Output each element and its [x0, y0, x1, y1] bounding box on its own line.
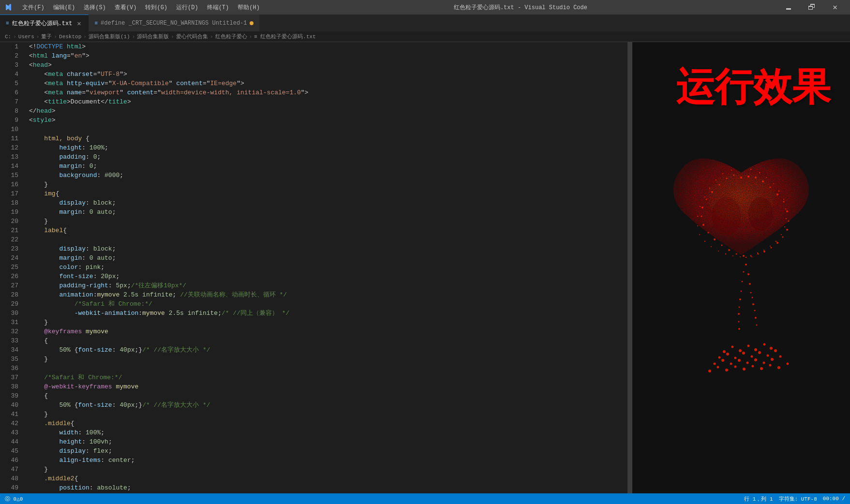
svg-point-102	[708, 370, 711, 372]
menu-goto[interactable]: 转到(G)	[141, 2, 171, 13]
svg-point-94	[721, 359, 724, 362]
close-button[interactable]: ✕	[824, 0, 846, 15]
svg-point-85	[718, 356, 721, 359]
svg-point-103	[717, 366, 719, 369]
minimize-button[interactable]: 🗕	[777, 0, 800, 15]
breadcrumb-user[interactable]: 董子	[41, 33, 52, 40]
menu-select[interactable]: 选择(S)	[80, 2, 110, 13]
breadcrumb-folder1[interactable]: 源码合集新版(1)	[89, 33, 130, 40]
tab-bar: ≡ 红色粒子爱心源码.txt ✕ ≡ #define _CRT_SECURE_N…	[0, 15, 850, 31]
breadcrumb-sep-1: ›	[13, 34, 16, 40]
svg-point-104	[725, 369, 728, 371]
svg-point-20	[782, 237, 784, 238]
title-bar: 文件(F) 编辑(E) 选择(S) 查看(V) 转到(G) 运行(D) 终端(T…	[0, 0, 850, 15]
time-display: 00:00 /	[823, 496, 845, 502]
svg-point-66	[741, 291, 742, 292]
svg-point-3	[726, 178, 728, 179]
svg-point-40	[700, 206, 701, 207]
svg-point-97	[746, 362, 749, 364]
svg-point-55	[763, 250, 764, 251]
svg-point-61	[745, 264, 747, 266]
svg-point-59	[751, 256, 752, 257]
breadcrumb-sep-5: ›	[132, 34, 135, 40]
svg-point-89	[751, 356, 753, 358]
menu-run[interactable]: 运行(D)	[172, 2, 202, 13]
svg-point-13	[701, 216, 702, 217]
svg-point-41	[783, 199, 784, 200]
svg-point-75	[755, 317, 757, 319]
svg-point-111	[787, 363, 789, 365]
tab-1[interactable]: ≡ 红色粒子爱心源码.txt ✕	[0, 15, 89, 31]
tab-icon-2: ≡	[94, 20, 98, 26]
window-controls: 🗕 🗗 ✕	[777, 0, 846, 15]
svg-point-39	[778, 191, 779, 192]
svg-point-107	[752, 365, 754, 368]
breadcrumb-users[interactable]: Users	[18, 34, 34, 40]
svg-point-10	[776, 193, 778, 195]
menu-view[interactable]: 查看(V)	[111, 2, 141, 13]
svg-point-35	[766, 177, 767, 178]
svg-point-51	[775, 241, 776, 242]
svg-point-100	[771, 358, 774, 361]
breadcrumb-folder4[interactable]: 红色粒子爱心	[215, 33, 247, 40]
svg-point-56	[732, 255, 733, 256]
svg-point-42	[697, 216, 698, 217]
breadcrumb-folder2[interactable]: 源码合集新版	[137, 33, 169, 40]
svg-point-101	[779, 356, 782, 358]
cursor-position[interactable]: 行 1，列 1	[744, 495, 773, 503]
svg-point-80	[739, 349, 742, 352]
svg-point-1	[733, 175, 735, 176]
status-right: 行 1，列 1 字符集: UTF-8 00:00 /	[744, 495, 845, 503]
menu-bar: 文件(F) 编辑(E) 选择(S) 查看(V) 转到(G) 运行(D) 终端(T…	[18, 2, 264, 13]
svg-point-93	[714, 363, 716, 365]
svg-point-90	[758, 351, 761, 354]
maximize-button[interactable]: 🗗	[801, 0, 823, 15]
tab-label-2: #define _CRT_SECURE_NO_WARNINGS Untitled…	[101, 20, 247, 27]
breadcrumb-folder3[interactable]: 爱心代码合集	[176, 33, 208, 40]
scrollbar[interactable]	[627, 42, 632, 493]
svg-point-17	[708, 232, 709, 234]
svg-point-110	[777, 366, 780, 369]
svg-point-69	[752, 297, 753, 298]
svg-point-52	[718, 251, 719, 252]
breadcrumb-c[interactable]: C:	[5, 34, 11, 40]
menu-edit[interactable]: 编辑(E)	[49, 2, 79, 13]
svg-point-84	[770, 347, 773, 350]
svg-point-78	[723, 350, 726, 353]
tab-close-1[interactable]: ✕	[75, 19, 83, 27]
encoding[interactable]: 字符集: UTF-8	[779, 495, 817, 503]
svg-point-11	[701, 207, 703, 208]
git-status[interactable]: ⓪ 0△0	[5, 495, 23, 503]
tab-2[interactable]: ≡ #define _CRT_SECURE_NO_WARNINGS Untitl…	[89, 15, 259, 31]
breadcrumb-file[interactable]: ≡ 红色粒子爱心源码.txt	[254, 33, 316, 40]
svg-point-23	[728, 249, 730, 251]
menu-help[interactable]: 帮助(H)	[234, 2, 264, 13]
svg-point-19	[714, 238, 716, 240]
svg-point-34	[716, 179, 716, 180]
svg-point-88	[742, 352, 745, 355]
svg-point-54	[725, 253, 726, 254]
svg-point-2	[747, 176, 749, 178]
menu-file[interactable]: 文件(F)	[18, 2, 48, 13]
title-bar-left: 文件(F) 编辑(E) 选择(S) 查看(V) 转到(G) 运行(D) 终端(T…	[4, 2, 264, 13]
svg-point-91	[767, 355, 769, 357]
svg-point-47	[784, 226, 785, 227]
svg-point-25	[736, 253, 737, 255]
menu-terminal[interactable]: 终端(T)	[203, 2, 233, 13]
svg-point-45	[786, 218, 787, 219]
svg-point-18	[786, 229, 788, 231]
svg-point-16	[788, 221, 790, 222]
svg-point-63	[747, 273, 749, 275]
svg-point-99	[763, 362, 765, 364]
svg-point-27	[743, 255, 745, 257]
svg-point-92	[774, 349, 777, 352]
svg-point-53	[770, 246, 771, 247]
breadcrumb: C: › Users › 董子 › Desktop › 源码合集新版(1) › …	[0, 31, 850, 42]
code-editor[interactable]: <!DOCTYPE html> <html lang="en"> <head> …	[23, 42, 627, 493]
svg-point-15	[702, 224, 704, 226]
breadcrumb-desktop[interactable]: Desktop	[59, 34, 81, 40]
svg-point-64	[742, 281, 743, 282]
svg-point-21	[721, 245, 723, 246]
svg-point-36	[709, 188, 710, 189]
tab-icon-1: ≡	[6, 20, 9, 26]
